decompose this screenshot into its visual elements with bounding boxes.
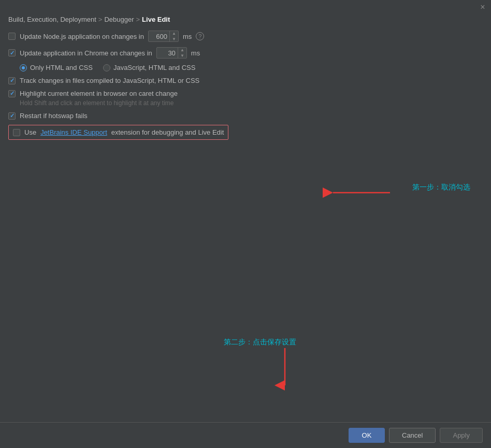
ok-button[interactable]: OK [349, 428, 385, 443]
close-icon: × [480, 3, 485, 12]
annotation-step1: 第一步：取消勾选 [412, 183, 470, 192]
restart-hotswap-checkbox[interactable]: ✓ [8, 112, 16, 120]
update-chrome-input[interactable] [157, 49, 178, 57]
track-changes-label: Track changes in files compiled to JavaS… [20, 77, 199, 84]
update-chrome-label: Update application in Chrome on changes … [20, 49, 152, 57]
breadcrumb-sep2: > [136, 16, 140, 23]
close-button[interactable]: × [478, 2, 488, 12]
track-changes-row: ✓ Track changes in files compiled to Jav… [8, 77, 483, 84]
update-chrome-spinner: ▲ ▼ [178, 47, 186, 59]
update-nodejs-increment[interactable]: ▲ [170, 31, 178, 36]
settings-content: Update Node.js application on changes in… [0, 28, 491, 422]
breadcrumb: Build, Execution, Deployment > Debugger … [0, 12, 491, 28]
breadcrumb-part2: Debugger [104, 16, 134, 23]
breadcrumb-part1: Build, Execution, Deployment [8, 16, 96, 23]
track-changes-checkbox[interactable]: ✓ [8, 77, 16, 84]
update-chrome-input-wrapper: ▲ ▼ [156, 47, 187, 59]
title-bar: × [0, 0, 491, 12]
annotation-step2: 第二步：点击保存设置 [224, 338, 296, 347]
update-nodejs-checkbox[interactable] [8, 33, 16, 40]
radio-option-html-css[interactable]: Only HTML and CSS [20, 64, 93, 71]
radio-js-html-css-label: JavaScript, HTML and CSS [113, 64, 195, 71]
radio-js-html-css-circle [103, 64, 110, 71]
radio-html-css-dot [22, 66, 25, 69]
update-nodejs-row: Update Node.js application on changes in… [8, 31, 483, 42]
update-chrome-checkmark: ✓ [10, 50, 15, 56]
breadcrumb-sep1: > [98, 16, 103, 23]
highlight-checkmark: ✓ [10, 91, 15, 96]
cancel-button[interactable]: Cancel [389, 428, 436, 443]
jetbrains-link[interactable]: JetBrains IDE Support [40, 128, 107, 136]
update-nodejs-spinner: ▲ ▼ [169, 31, 178, 42]
restart-hotswap-row: ✓ Restart if hotswap fails [8, 112, 483, 120]
update-nodejs-help-icon[interactable]: ? [196, 32, 204, 40]
highlight-label: Highlight current element in browser on … [20, 90, 178, 97]
apply-button[interactable]: Apply [440, 428, 483, 443]
arrow-step1-icon [328, 186, 390, 200]
arrow-step2-icon [279, 348, 291, 391]
settings-dialog: × Build, Execution, Deployment > Debugge… [0, 0, 491, 448]
radio-group: Only HTML and CSS JavaScript, HTML and C… [20, 64, 483, 71]
update-chrome-decrement[interactable]: ▼ [178, 53, 186, 59]
radio-option-js-html-css[interactable]: JavaScript, HTML and CSS [103, 64, 195, 71]
update-chrome-checkbox[interactable]: ✓ [8, 49, 16, 56]
jetbrains-checkbox[interactable] [13, 129, 20, 136]
jetbrains-prefix: Use [24, 128, 36, 136]
track-changes-checkmark: ✓ [10, 78, 15, 83]
jetbrains-row-box: Use JetBrains IDE Support extension for … [8, 125, 228, 140]
restart-hotswap-checkmark: ✓ [10, 113, 15, 119]
update-chrome-unit: ms [191, 49, 200, 57]
update-nodejs-input[interactable] [149, 33, 169, 40]
update-nodejs-input-wrapper: ▲ ▼ [148, 31, 179, 42]
jetbrains-suffix: extension for debugging and Live Edit [111, 128, 224, 136]
button-bar: OK Cancel Apply [0, 422, 491, 448]
update-nodejs-unit: ms [183, 33, 192, 40]
radio-html-css-label: Only HTML and CSS [30, 64, 93, 71]
update-nodejs-label: Update Node.js application on changes in [20, 33, 144, 40]
highlight-checkbox[interactable]: ✓ [8, 90, 16, 97]
breadcrumb-active: Live Edit [142, 16, 170, 23]
update-nodejs-decrement[interactable]: ▼ [170, 36, 178, 42]
highlight-row: ✓ Highlight current element in browser o… [8, 90, 483, 97]
highlight-hint: Hold Shift and click an element to highl… [20, 99, 483, 107]
restart-hotswap-label: Restart if hotswap fails [20, 112, 88, 120]
jetbrains-row-wrapper: Use JetBrains IDE Support extension for … [8, 125, 483, 140]
radio-html-css-circle [20, 64, 27, 71]
update-chrome-increment[interactable]: ▲ [178, 47, 186, 53]
update-chrome-row: ✓ Update application in Chrome on change… [8, 47, 483, 59]
